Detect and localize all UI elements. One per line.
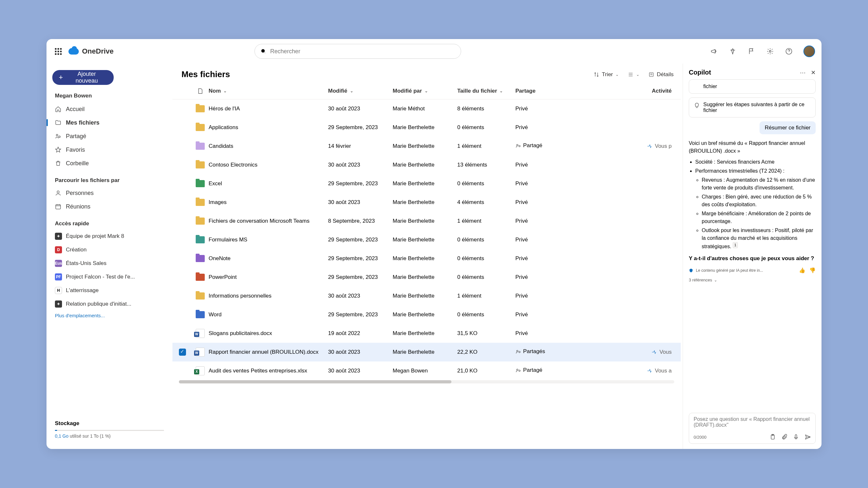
suggestion-card-1[interactable]: fichier	[689, 79, 816, 94]
sidebar: +Ajouter nouveau Megan Bowen Accueil Mes…	[46, 64, 173, 449]
table-row[interactable]: Fichiers de conversation Microsoft Teams…	[173, 212, 681, 230]
send-icon[interactable]	[804, 434, 811, 440]
toolbar: Mes fichiers Trier⌄ ⌄ Détails	[173, 64, 683, 83]
svg-point-11	[517, 350, 518, 352]
table-row[interactable]: Formulaires MS 29 Septembre, 2023 Marie …	[173, 230, 681, 249]
quick-access-item[interactable]: DCréation	[51, 243, 168, 257]
row-checkbox[interactable]	[179, 349, 186, 356]
add-new-button[interactable]: +Ajouter nouveau	[52, 70, 114, 85]
app-window: OneDrive +Ajouter nouveau Megan Bowen Ac…	[46, 39, 822, 449]
svg-point-0	[261, 49, 265, 53]
thumbs-up-icon[interactable]: 👍	[799, 267, 805, 274]
quick-access-item[interactable]: HL'atterrissage	[51, 284, 168, 297]
browse-title: Parcourir les fichiers par	[55, 177, 168, 184]
col-activity[interactable]: Activité	[580, 88, 674, 94]
svg-point-4	[56, 134, 58, 136]
svg-point-13	[517, 369, 518, 370]
clipboard-icon[interactable]	[770, 434, 776, 440]
svg-point-14	[519, 370, 521, 371]
table-row[interactable]: W Slogans publicitaires.docx 19 août 202…	[173, 324, 681, 343]
svg-point-6	[57, 191, 59, 193]
ai-disclaimer: Le contenu généré par IA peut être in...…	[689, 267, 816, 274]
svg-point-12	[519, 351, 521, 353]
quick-access-item[interactable]: PFProject Falcon - Test de l'e...	[51, 270, 168, 284]
table-row[interactable]: Images 30 août 2023 Marie Berthelette 4 …	[173, 193, 681, 212]
header: OneDrive	[46, 39, 822, 64]
search-icon	[260, 48, 267, 54]
col-sharing[interactable]: Partage	[516, 88, 580, 94]
table-row[interactable]: Word 29 Septembre, 2023 Marie Berthelett…	[173, 305, 681, 324]
list-header: Nom⌄ Modifié⌄ Modifié par⌄ Taille du fic…	[173, 83, 681, 99]
file-type-icon	[192, 88, 209, 94]
char-count: 0/2000	[693, 435, 707, 440]
table-row[interactable]: Applications 29 Septembre, 2023 Marie Be…	[173, 118, 681, 137]
col-modified[interactable]: Modifié⌄	[328, 88, 393, 94]
view-button[interactable]: ⌄	[628, 72, 640, 77]
thumbs-down-icon[interactable]: 👎	[809, 267, 816, 274]
copilot-title: Copilot	[689, 69, 711, 76]
storage-bar	[55, 430, 164, 431]
close-icon[interactable]: ✕	[811, 69, 816, 76]
svg-rect-8	[649, 73, 653, 76]
storage-text: 0,1 Go utilisé sur 1 To (1 %)	[55, 433, 164, 438]
followup-question: Y a-t-il d'autres choses que je peux vou…	[689, 254, 816, 263]
search-box[interactable]	[254, 44, 461, 59]
svg-point-5	[59, 136, 60, 137]
megaphone-icon[interactable]	[710, 47, 718, 56]
svg-point-10	[519, 145, 521, 147]
nav-favorites[interactable]: Favoris	[51, 143, 168, 157]
quick-access-item[interactable]: ✦Équipe de projet Mark 8	[51, 229, 168, 243]
nav-shared[interactable]: Partagé	[51, 129, 168, 143]
page-title: Mes fichiers	[182, 69, 230, 79]
table-row[interactable]: W Rapport financier annuel (BROUILLON).d…	[173, 343, 681, 361]
table-row[interactable]: Candidats 14 février Marie Berthelette 1…	[173, 137, 681, 156]
svg-rect-7	[56, 205, 61, 209]
main: Mes fichiers Trier⌄ ⌄ Détails Nom⌄ Modif…	[173, 64, 683, 449]
user-name: Megan Bowen	[55, 93, 168, 99]
mic-icon[interactable]	[793, 434, 799, 440]
table-row[interactable]: Excel 29 Septembre, 2023 Marie Berthelet…	[173, 174, 681, 193]
more-locations-link[interactable]: Plus d'emplacements...	[55, 313, 168, 318]
details-button[interactable]: Détails	[648, 71, 674, 78]
attach-icon[interactable]	[781, 434, 787, 440]
logo[interactable]: OneDrive	[68, 47, 114, 56]
copilot-panel: Copilot ⋯ ✕ fichier Suggérer les étapes …	[683, 64, 822, 449]
table-row[interactable]: Héros de l'IA 30 août 2023 Marie Méthot …	[173, 99, 681, 118]
references-toggle[interactable]: 3 références⌄	[689, 277, 816, 283]
app-name: OneDrive	[82, 47, 114, 56]
storage-section: Stockage 0,1 Go utilisé sur 1 To (1 %)	[51, 420, 168, 445]
svg-rect-17	[795, 435, 797, 438]
table-row[interactable]: Informations personnelles 30 août 2023 M…	[173, 287, 681, 305]
nav-people[interactable]: Personnes	[51, 186, 168, 200]
lightbulb-icon	[693, 102, 700, 109]
suggestion-card-2[interactable]: Suggérer les étapes suivantes à partir d…	[689, 97, 816, 118]
col-name[interactable]: Nom⌄	[209, 88, 328, 94]
sort-button[interactable]: Trier⌄	[593, 71, 619, 78]
svg-point-9	[517, 144, 518, 146]
table-row[interactable]: X Audit des ventes Petites entreprises.x…	[173, 361, 681, 380]
svg-point-2	[769, 51, 771, 52]
copilot-input[interactable]	[693, 416, 811, 430]
search-input[interactable]	[270, 48, 455, 55]
help-icon[interactable]	[785, 47, 793, 56]
storage-title: Stockage	[55, 420, 164, 427]
table-row[interactable]: Contoso Electronics 30 août 2023 Marie B…	[173, 156, 681, 174]
nav-my-files[interactable]: Mes fichiers	[51, 116, 168, 129]
nav-recycle[interactable]: Corbeille	[51, 157, 168, 170]
col-size[interactable]: Taille du fichier⌄	[457, 88, 516, 94]
avatar[interactable]	[803, 45, 815, 57]
nav-home[interactable]: Accueil	[51, 102, 168, 116]
more-icon[interactable]: ⋯	[800, 69, 806, 76]
col-modified-by[interactable]: Modifié par⌄	[393, 88, 457, 94]
table-row[interactable]: PowerPoint 29 Septembre, 2023 Marie Bert…	[173, 268, 681, 287]
flag-icon[interactable]	[747, 47, 755, 56]
table-row[interactable]: OneNote 29 Septembre, 2023 Marie Berthel…	[173, 249, 681, 268]
nav-meetings[interactable]: Réunions	[51, 200, 168, 213]
horizontal-scrollbar[interactable]	[179, 380, 674, 383]
quick-access-item[interactable]: EusÉtats-Unis Sales	[51, 257, 168, 270]
app-launcher-icon[interactable]	[53, 46, 63, 57]
quick-access-item[interactable]: ✦Relation publique d'initiat...	[51, 297, 168, 311]
quick-title: Accès rapide	[55, 221, 168, 227]
settings-icon[interactable]	[766, 47, 774, 56]
diamond-icon[interactable]	[728, 47, 737, 56]
